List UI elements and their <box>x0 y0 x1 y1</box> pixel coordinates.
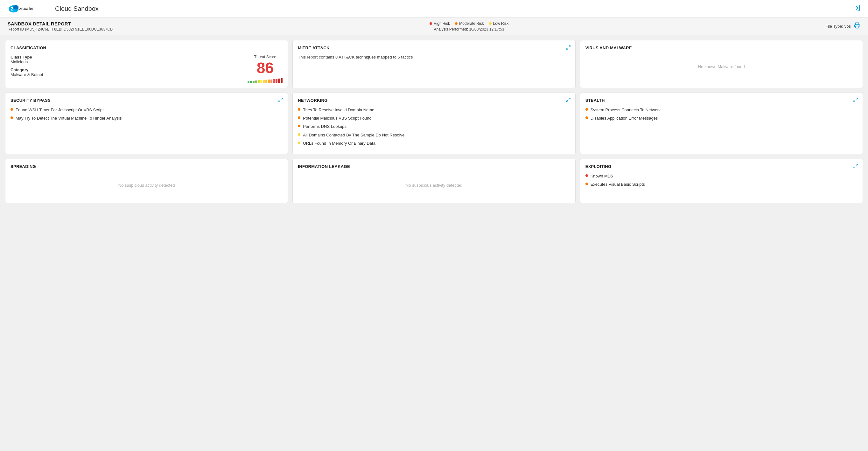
bullet-dot <box>585 174 588 177</box>
bullet-dot <box>298 133 300 136</box>
networking-title: NETWORKING <box>298 98 570 103</box>
bullet-dot <box>585 183 588 185</box>
list-item: Found WSH Timer For Javascript Or VBS Sc… <box>10 107 283 113</box>
spreading-title: SPREADING <box>10 164 283 169</box>
bullet-dot <box>298 117 300 119</box>
report-title: SANDBOX DETAIL REPORT <box>8 21 113 26</box>
score-seg-7 <box>263 80 265 83</box>
score-seg-2 <box>250 81 252 83</box>
bullet-dot <box>298 108 300 111</box>
file-type: File Type: vbs <box>825 24 851 29</box>
high-risk-dot <box>430 22 432 25</box>
information-leakage-title: INFORMATION LEAKAGE <box>298 164 570 169</box>
spreading-empty: No suspicious activity detected <box>10 173 283 197</box>
score-seg-14 <box>281 78 283 83</box>
category-value: Malware & Botnet <box>10 72 43 77</box>
score-seg-3 <box>253 81 254 83</box>
risk-moderate: Moderate Risk <box>455 21 484 26</box>
classification-card: CLASSIFICATION Class Type Malicious Cate… <box>5 40 288 88</box>
export-icon[interactable] <box>853 4 860 14</box>
virus-title: VIRUS AND MALWARE <box>585 45 858 50</box>
classification-body: Class Type Malicious Category Malware & … <box>10 55 283 83</box>
security-bypass-card: SECURITY BYPASS Found WSH Timer For Java… <box>5 93 288 154</box>
logo: Z zscaler <box>8 3 46 14</box>
item-text: All Domains Contacted By The Sample Do N… <box>303 132 404 138</box>
bullet-dot <box>585 108 588 111</box>
risk-legend: High Risk Moderate Risk Low Risk <box>430 21 508 26</box>
score-seg-1 <box>248 82 249 83</box>
score-seg-8 <box>266 80 267 83</box>
svg-rect-4 <box>856 26 859 28</box>
category-label: Category <box>10 67 43 72</box>
header: Z zscaler Cloud Sandbox <box>0 0 868 18</box>
threat-score-value: 86 <box>248 60 283 76</box>
app-title: Cloud Sandbox <box>51 5 99 12</box>
bullet-dot <box>10 108 13 111</box>
moderate-risk-dot <box>455 22 458 25</box>
networking-expand-icon[interactable] <box>566 97 571 104</box>
score-seg-9 <box>268 79 270 83</box>
mitre-expand-icon[interactable] <box>566 45 571 51</box>
moderate-risk-label: Moderate Risk <box>459 21 484 26</box>
bullet-dot <box>10 117 13 119</box>
stealth-expand-icon[interactable] <box>853 97 858 104</box>
list-item: Disables Application Error Messages <box>585 116 858 121</box>
report-meta-left: SANDBOX DETAIL REPORT Report ID (MD5): 2… <box>8 21 113 31</box>
item-text: Performs DNS Lookups <box>303 124 346 129</box>
stealth-list: System Process Connects To Network Disab… <box>585 107 858 121</box>
list-item: System Process Connects To Network <box>585 107 858 113</box>
item-text: Potential Malicious VBS Script Found <box>303 116 371 121</box>
exploiting-card: EXPLOITING Known MD5 Executes Visual Bas… <box>580 159 863 203</box>
class-info: Class Type Malicious Category Malware & … <box>10 55 43 80</box>
class-type-value: Malicious <box>10 60 43 64</box>
virus-card: VIRUS AND MALWARE No known Malware found <box>580 40 863 88</box>
item-text: System Process Connects To Network <box>591 107 661 113</box>
information-leakage-empty: No suspicious activity detected <box>298 173 570 197</box>
virus-empty: No known Malware found <box>585 55 858 78</box>
list-item: All Domains Contacted By The Sample Do N… <box>298 132 570 138</box>
security-bypass-title: SECURITY BYPASS <box>10 98 283 103</box>
item-text: Known MD5 <box>591 173 613 179</box>
risk-low: Low Risk <box>489 21 509 26</box>
analysis-date: Analysis Performed: 10/08/2023 12:17:53 <box>430 27 508 31</box>
low-risk-label: Low Risk <box>493 21 509 26</box>
item-text: Disables Application Error Messages <box>591 116 658 121</box>
report-meta: SANDBOX DETAIL REPORT Report ID (MD5): 2… <box>0 18 868 35</box>
list-item: Tries To Resolve Invalid Domain Name <box>298 107 570 113</box>
bullet-dot <box>298 141 300 144</box>
low-risk-dot <box>489 22 492 25</box>
header-left: Z zscaler Cloud Sandbox <box>8 3 99 14</box>
threat-score-label: Threat Score <box>248 55 283 59</box>
mitre-card: MITRE ATT&CK This report contains 8 ATT&… <box>292 40 575 88</box>
classification-title: CLASSIFICATION <box>10 45 283 50</box>
print-icon[interactable] <box>854 22 860 30</box>
exploiting-list: Known MD5 Executes Visual Basic Scripts <box>585 173 858 187</box>
score-seg-6 <box>260 80 262 83</box>
list-item: URLs Found In Memory Or Binary Data <box>298 140 570 146</box>
bullet-dot <box>298 125 300 127</box>
risk-high: High Risk <box>430 21 450 26</box>
list-item: Potential Malicious VBS Script Found <box>298 116 570 121</box>
main-content: CLASSIFICATION Class Type Malicious Cate… <box>0 35 868 208</box>
score-seg-10 <box>271 79 272 83</box>
security-bypass-list: Found WSH Timer For Javascript Or VBS Sc… <box>10 107 283 121</box>
item-text: Found WSH Timer For Javascript Or VBS Sc… <box>16 107 104 113</box>
svg-point-1 <box>13 5 19 9</box>
security-bypass-expand-icon[interactable] <box>278 97 283 104</box>
list-item: Performs DNS Lookups <box>298 124 570 129</box>
networking-card: NETWORKING Tries To Resolve Invalid Doma… <box>292 93 575 154</box>
stealth-title: STEALTH <box>585 98 858 103</box>
list-item: Known MD5 <box>585 173 858 179</box>
spreading-card: SPREADING No suspicious activity detecte… <box>5 159 288 203</box>
svg-text:Z: Z <box>11 7 13 11</box>
list-item: May Try To Detect The Virtual Machine To… <box>10 116 283 121</box>
exploiting-expand-icon[interactable] <box>853 163 858 170</box>
score-seg-13 <box>278 78 280 83</box>
score-seg-5 <box>258 80 260 83</box>
svg-text:zscaler: zscaler <box>19 6 34 11</box>
exploiting-title: EXPLOITING <box>585 164 858 169</box>
networking-list: Tries To Resolve Invalid Domain Name Pot… <box>298 107 570 146</box>
stealth-card: STEALTH System Process Connects To Netwo… <box>580 93 863 154</box>
score-bar <box>248 78 283 83</box>
report-meta-right: File Type: vbs <box>825 22 860 30</box>
